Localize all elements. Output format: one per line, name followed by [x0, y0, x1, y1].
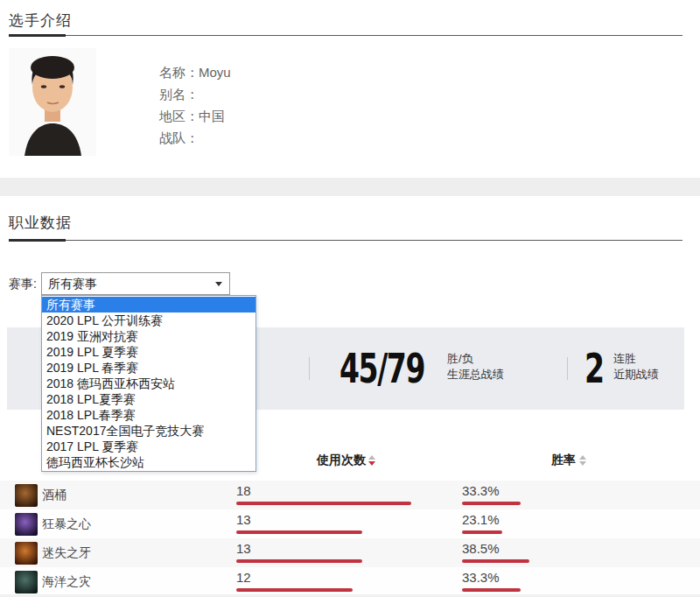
win-rate-value: 33.3%: [462, 570, 500, 585]
career-record-labels: 胜/负 生涯总战绩: [447, 351, 504, 383]
sort-arrows-usage-icon[interactable]: [368, 455, 375, 467]
player-region-label: 地区：: [159, 109, 199, 123]
sort-arrows-winrate-icon[interactable]: [579, 455, 586, 467]
usage-count-value: 13: [236, 541, 251, 556]
sort-up-icon: [579, 455, 586, 460]
win-rate-bar: [462, 588, 521, 592]
sort-down-icon: [368, 461, 375, 466]
usage-count-bar: [236, 588, 353, 592]
sort-up-icon: [368, 455, 375, 460]
dropdown-option[interactable]: 2018 LPL夏季赛: [42, 391, 256, 407]
streak-labels: 连胜 近期战绩: [613, 351, 659, 383]
table-row[interactable]: 海洋之灾1233.3%: [0, 567, 700, 596]
player-name-value: Moyu: [199, 65, 231, 80]
section-title-player-intro: 选手介绍: [9, 11, 72, 31]
hero-icon: [15, 484, 38, 507]
streak-label-2: 近期战绩: [613, 367, 659, 383]
win-rate-value: 23.1%: [462, 512, 500, 527]
player-alias-label: 别名：: [159, 87, 199, 102]
table-row[interactable]: 酒桶1833.3%: [0, 481, 700, 509]
dropdown-option[interactable]: 2018 LPL春季赛: [42, 407, 256, 423]
event-dropdown-list: 所有赛事2020 LPL 公开训练赛2019 亚洲对抗赛2019 LPL 夏季赛…: [41, 295, 256, 472]
column-header-usage[interactable]: 使用次数: [317, 453, 366, 468]
usage-count-value: 13: [236, 512, 251, 527]
event-filter-label: 赛事:: [9, 277, 37, 292]
dropdown-option[interactable]: 2020 LPL 公开训练赛: [42, 313, 256, 328]
streak-value: 2: [584, 345, 604, 392]
chevron-down-icon: [215, 282, 222, 286]
table-row[interactable]: 狂暴之心1323.1%: [0, 509, 700, 538]
win-rate-bar: [462, 559, 529, 563]
hero-name: 酒桶: [42, 481, 66, 509]
dropdown-option[interactable]: NEST2017全国电子竞技大赛: [42, 423, 256, 439]
player-region-value: 中国: [199, 109, 225, 123]
section-divider: [9, 34, 682, 37]
table-row[interactable]: 迷失之牙1338.5%: [0, 538, 700, 567]
player-alias-field: 别名：: [159, 83, 231, 105]
win-rate-value: 33.3%: [462, 483, 500, 498]
hero-stats-table: 酒桶1833.3%狂暴之心1323.1%迷失之牙1338.5%海洋之灾1233.…: [0, 481, 700, 596]
streak-label-1: 连胜: [613, 351, 659, 367]
stats-divider: [567, 357, 568, 380]
usage-count-value: 12: [236, 570, 251, 585]
career-record-label-2: 生涯总战绩: [447, 367, 504, 383]
dropdown-option[interactable]: 2018 德玛西亚杯西安站: [42, 376, 256, 391]
hero-icon: [15, 571, 38, 593]
hero-name: 狂暴之心: [42, 509, 91, 538]
hero-name: 海洋之灾: [42, 567, 91, 596]
section-separator-band: [0, 178, 700, 196]
player-name-label: 名称：: [159, 65, 199, 80]
stats-divider: [309, 357, 310, 380]
usage-count-value: 18: [236, 483, 251, 498]
win-rate-value: 38.5%: [462, 541, 500, 556]
career-record-value: 45/79: [340, 345, 424, 392]
usage-count-bar: [236, 530, 362, 534]
win-rate-bar: [462, 530, 502, 534]
column-header-winrate[interactable]: 胜率: [551, 453, 576, 468]
dropdown-option[interactable]: 所有赛事: [42, 297, 256, 313]
player-name-field: 名称：Moyu: [159, 61, 231, 83]
player-photo: [9, 48, 96, 156]
career-record-label-1: 胜/负: [447, 351, 504, 367]
hero-icon: [15, 513, 38, 536]
dropdown-option[interactable]: 2019 亚洲对抗赛: [42, 328, 256, 344]
usage-count-bar: [236, 559, 362, 563]
event-select-value: 所有赛事: [48, 277, 97, 291]
sort-down-icon: [579, 461, 586, 466]
dropdown-option[interactable]: 2019 LPL 春季赛: [42, 360, 256, 376]
hero-name: 迷失之牙: [42, 538, 91, 567]
win-rate-bar: [462, 502, 521, 505]
usage-count-bar: [236, 502, 411, 505]
player-info: 名称：Moyu 别名： 地区：中国 战队：: [159, 61, 231, 149]
player-team-label: 战队：: [159, 130, 199, 145]
dropdown-option[interactable]: 2017 LPL 夏季赛: [42, 439, 256, 454]
event-select[interactable]: 所有赛事: [41, 272, 230, 295]
player-portrait-image: [9, 48, 96, 156]
dropdown-option[interactable]: 德玛西亚杯长沙站: [42, 454, 256, 470]
hero-icon: [15, 542, 38, 565]
section-divider: [9, 239, 682, 242]
section-title-career-data: 职业数据: [9, 213, 72, 233]
dropdown-option[interactable]: 2019 LPL 夏季赛: [42, 344, 256, 360]
player-region-field: 地区：中国: [159, 105, 231, 127]
player-team-field: 战队：: [159, 127, 231, 149]
player-profile-page: 选手介绍 名称：Moyu 别名： 地区：中国 战队： 职业数据 赛事:: [0, 0, 700, 597]
